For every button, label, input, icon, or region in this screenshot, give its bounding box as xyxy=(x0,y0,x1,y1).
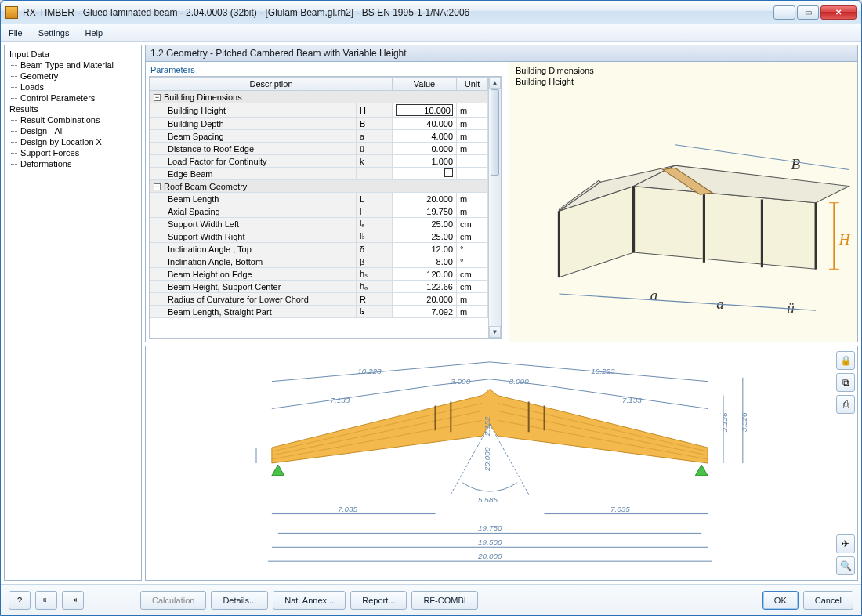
group-row[interactable]: −Building Dimensions xyxy=(150,91,488,103)
param-value[interactable]: 1.000 xyxy=(393,155,457,168)
param-symbol: B xyxy=(357,118,393,130)
value-input[interactable] xyxy=(396,104,453,116)
param-value[interactable]: 20.000 xyxy=(393,293,457,306)
menu-help[interactable]: Help xyxy=(81,27,106,39)
param-row[interactable]: Beam Height on Edgehₛ120.00cm xyxy=(150,268,488,281)
param-value[interactable]: 8.00 xyxy=(393,255,457,268)
tree-item-control-params[interactable]: Control Parameters xyxy=(6,92,139,103)
zoom-icon[interactable]: 🔍 xyxy=(836,556,855,575)
beam-svg: 10.223 10.223 3.090 3.090 7.133 7.133 2.… xyxy=(146,346,834,580)
param-row[interactable]: Distance to Roof Edgeü0.000m xyxy=(150,143,488,155)
param-row[interactable]: Building DepthB40.000m xyxy=(150,118,488,130)
param-row[interactable]: Load Factor for Continuityk1.000 xyxy=(150,155,488,168)
param-value[interactable] xyxy=(393,103,457,118)
param-row[interactable]: Edge Beam xyxy=(150,168,488,180)
prev-icon[interactable]: ⇤ xyxy=(35,591,57,610)
param-row[interactable]: Beam Height, Support Centerhₐ122.66cm xyxy=(150,281,488,293)
param-value[interactable] xyxy=(393,168,457,180)
svg-text:2.126: 2.126 xyxy=(720,412,729,433)
grid-scrollbar[interactable]: ▲ ▼ xyxy=(488,77,501,338)
svg-text:10.223: 10.223 xyxy=(591,367,615,375)
tree-item-geometry[interactable]: Geometry xyxy=(6,71,139,82)
tree-item-result-combinations[interactable]: Result Combinations xyxy=(6,114,139,125)
tree-group-results[interactable]: Results xyxy=(6,103,139,114)
minimize-button[interactable]: — xyxy=(773,5,795,20)
nat-annex-button[interactable]: Nat. Annex... xyxy=(273,591,346,610)
param-value[interactable]: 25.00 xyxy=(393,230,457,243)
tree-item-beam-type[interactable]: Beam Type and Material xyxy=(6,60,139,71)
diagram-toolbar: 🔒 ⧉ ⎙ ✈ 🔍 xyxy=(834,346,857,580)
svg-marker-27 xyxy=(272,465,284,476)
cancel-button[interactable]: Cancel xyxy=(803,591,853,610)
tree-item-loads[interactable]: Loads xyxy=(6,82,139,92)
param-desc: Beam Length xyxy=(150,193,357,205)
param-value[interactable]: 122.66 xyxy=(393,281,457,293)
report-button[interactable]: Report... xyxy=(350,591,407,610)
svg-text:7.035: 7.035 xyxy=(338,505,357,513)
print-view-icon[interactable]: ⎙ xyxy=(836,395,855,414)
tree-item-support-forces[interactable]: Support Forces xyxy=(6,147,139,158)
collapse-icon[interactable]: − xyxy=(154,94,161,101)
param-row[interactable]: Beam LengthL20.000m xyxy=(150,193,488,205)
param-unit: m xyxy=(457,130,488,143)
param-unit: ° xyxy=(457,255,488,268)
param-value[interactable]: 7.092 xyxy=(393,306,457,318)
checkbox-icon[interactable] xyxy=(444,168,453,177)
svg-text:20.000: 20.000 xyxy=(483,447,491,472)
param-row[interactable]: Inclination Angle , Topδ12.00° xyxy=(150,243,488,255)
footer-bar: ? ⇤ ⇥ Calculation Details... Nat. Annex.… xyxy=(1,584,861,615)
col-unit[interactable]: Unit xyxy=(457,78,488,91)
scroll-thumb[interactable] xyxy=(491,89,499,176)
svg-text:2.152: 2.152 xyxy=(483,416,491,437)
param-value[interactable]: 40.000 xyxy=(393,118,457,130)
param-value[interactable]: 20.000 xyxy=(393,193,457,205)
param-row[interactable]: Radius of Curvature for Lower ChordR20.0… xyxy=(150,293,488,306)
param-value[interactable]: 120.00 xyxy=(393,268,457,281)
param-unit: m xyxy=(457,118,488,130)
tree-group-input[interactable]: Input Data xyxy=(6,49,139,60)
param-value[interactable]: 4.000 xyxy=(393,130,457,143)
menu-settings[interactable]: Settings xyxy=(35,27,73,39)
tree-item-design-location[interactable]: Design by Location X xyxy=(6,136,139,147)
param-value[interactable]: 12.00 xyxy=(393,243,457,255)
rf-combi-button[interactable]: RF-COMBI xyxy=(411,591,477,610)
param-row[interactable]: Support Width Rightl♭25.00cm xyxy=(150,230,488,243)
parameters-panel: Parameters Description Value Unit xyxy=(145,62,505,342)
ok-button[interactable]: OK xyxy=(762,591,799,610)
svg-marker-0 xyxy=(559,187,633,277)
close-button[interactable]: ✕ xyxy=(820,5,857,20)
help-icon[interactable]: ? xyxy=(9,591,31,610)
param-value[interactable]: 0.000 xyxy=(393,143,457,155)
param-row[interactable]: Building HeightHm xyxy=(150,103,488,118)
param-value[interactable]: 25.00 xyxy=(393,218,457,230)
param-row[interactable]: Beam Length, Straight Partl₁7.092m xyxy=(150,306,488,318)
tree-item-design-all[interactable]: Design - All xyxy=(6,125,139,136)
menubar: File Settings Help xyxy=(1,24,861,42)
scroll-down-icon[interactable]: ▼ xyxy=(489,326,501,338)
param-symbol: l₁ xyxy=(357,306,393,318)
collapse-icon[interactable]: − xyxy=(154,183,161,190)
calculation-button[interactable]: Calculation xyxy=(140,591,206,610)
preview-svg: B H a a ü xyxy=(509,62,857,343)
view-mode-icon[interactable]: ✈ xyxy=(836,534,855,553)
next-icon[interactable]: ⇥ xyxy=(62,591,84,610)
param-symbol: l xyxy=(357,205,393,218)
param-row[interactable]: Beam Spacinga4.000m xyxy=(150,130,488,143)
tree-item-deformations[interactable]: Deformations xyxy=(6,158,139,169)
scroll-up-icon[interactable]: ▲ xyxy=(489,77,501,89)
group-row[interactable]: −Roof Beam Geometry xyxy=(150,180,488,193)
param-value[interactable]: 19.750 xyxy=(393,205,457,218)
param-desc: Axial Spacing xyxy=(150,205,357,218)
param-row[interactable]: Axial Spacingl19.750m xyxy=(150,205,488,218)
param-row[interactable]: Support Width Leftlₐ25.00cm xyxy=(150,218,488,230)
param-row[interactable]: Inclination Angle, Bottomβ8.00° xyxy=(150,255,488,268)
copy-view-icon[interactable]: ⧉ xyxy=(836,373,855,392)
lock-icon[interactable]: 🔒 xyxy=(836,351,855,370)
param-symbol: β xyxy=(357,255,393,268)
menu-file[interactable]: File xyxy=(5,27,26,39)
param-unit: m xyxy=(457,293,488,306)
maximize-button[interactable]: ▭ xyxy=(797,5,819,20)
col-value[interactable]: Value xyxy=(393,78,457,91)
col-description[interactable]: Description xyxy=(150,78,393,91)
details-button[interactable]: Details... xyxy=(211,591,268,610)
